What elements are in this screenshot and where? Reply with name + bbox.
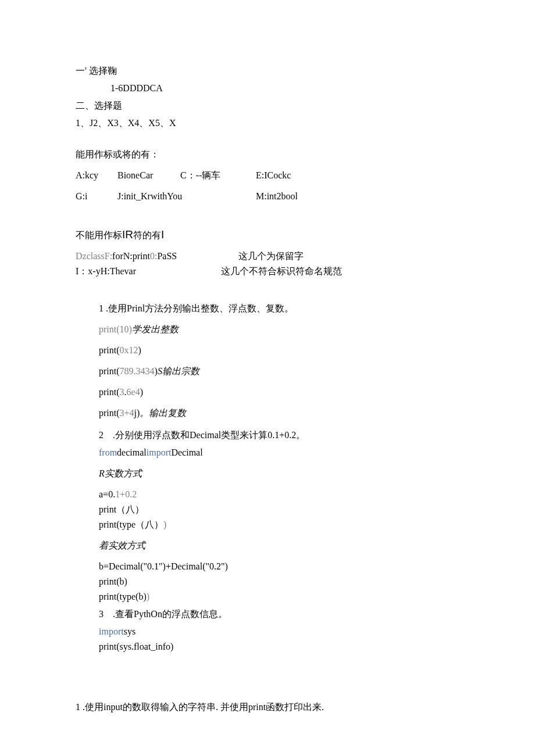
cannot-right-2: 这几个不符合标识符命名规范 — [221, 264, 342, 278]
heading-1-prefix: 一' — [76, 66, 87, 76]
q1-l4-d: 6e4 — [127, 387, 140, 397]
heading-2: 二、选择题 — [76, 99, 459, 113]
cell-b: BioneCar — [117, 169, 180, 182]
q1-l5-d: 。 — [140, 408, 149, 418]
cannot-left-1a: DzclassF: — [76, 251, 112, 261]
q3-l1-a: import — [99, 626, 124, 636]
q2-l1: a=0.1+0.2 — [99, 488, 459, 501]
q1-title: 1 .使用Prinl方法分别输出整数、浮点数、复数。 — [99, 302, 459, 316]
line-judge: 1、J2、X3、X4、X5、X — [76, 116, 459, 130]
cannot-left-2: I：x-yH:Thevar — [76, 264, 221, 278]
cannot-title-a: 不能用作标 — [76, 230, 122, 240]
cannot-title-c: 符的有 — [133, 230, 161, 240]
q2-l4: b=Decimal("0.1")+Decimal("0.2") — [99, 560, 459, 574]
q2-l3: print(type（八）) — [99, 518, 459, 532]
q2-imp-b: decimal — [117, 447, 147, 457]
q1-l5-b: 3+4 — [120, 408, 134, 418]
cannot-title: 不能用作标IR符的有I — [76, 227, 459, 243]
can-use-row-1: A:kcy BioneCar C：--辆车 E:ICockc — [76, 169, 459, 182]
q3-title: 3 .查看PythOn的浮点数信息。 — [99, 607, 459, 621]
q1-l2-c: ) — [138, 345, 141, 355]
q2-l3-a: print(type（八） — [99, 519, 163, 529]
section-can-use: 能用作标或将的有： A:kcy BioneCar C：--辆车 E:ICockc… — [76, 148, 459, 203]
q1-line-2: print(0x12) — [99, 343, 459, 357]
q1-l2-a: print( — [99, 345, 120, 355]
q1-line-3: print(789.3434)S输出宗数 — [99, 364, 459, 378]
q1-l3-a: print( — [99, 366, 120, 376]
q2-imp-a: from — [99, 447, 117, 457]
q2-import: fromdecimalimportDecimal — [99, 446, 459, 460]
q2-l5: print(b) — [99, 575, 459, 589]
can-use-title: 能用作标或将的有： — [76, 148, 459, 162]
cell-c: C：--辆车 — [180, 169, 256, 182]
q1-l5-a: print( — [99, 408, 120, 418]
q3-l2: print(sys.float_info) — [99, 640, 459, 654]
q1-l1-a: print(10) — [99, 324, 132, 334]
q1-l4-e: ) — [140, 387, 143, 397]
cannot-left-1d: PaSS — [157, 251, 177, 261]
cell-j: J:init_KrwithYou — [117, 189, 256, 203]
cannot-title-b: IR — [122, 228, 133, 241]
q2-l1-a: a=0. — [99, 489, 115, 499]
q2-l2: print（八） — [99, 503, 459, 517]
cannot-left-1b: forN:print — [112, 251, 150, 261]
q1-l2-b: 0x12 — [120, 345, 138, 355]
cell-a: A:kcy — [76, 169, 117, 182]
can-use-row-2: G:i J:init_KrwithYou M:int2bool — [76, 189, 459, 203]
q1-l5-e: 输出复数 — [149, 408, 186, 418]
q3-l1-b: sys — [124, 626, 135, 636]
q1-l3-d: S输出宗数 — [158, 366, 199, 376]
cannot-row-2: I：x-yH:Thevar 这几个不符合标识符命名规范 — [76, 264, 459, 278]
q1-l4-b: 3 — [120, 387, 124, 397]
q1-line-5: print(3+4j)。输出复数 — [99, 406, 459, 420]
q1-l4-a: print( — [99, 387, 120, 397]
q3-l1: importsys — [99, 625, 459, 639]
section-cannot-use: 不能用作标IR符的有I DzclassF:forN:print0:PaSS 这几… — [76, 227, 459, 278]
cannot-row-1: DzclassF:forN:print0:PaSS 这几个为保留字 — [76, 249, 459, 263]
cannot-left-1: DzclassF:forN:print0:PaSS — [76, 249, 238, 263]
document-page: 一' 选择鞠 1-6DDDDCA 二、选择题 1、J2、X3、X4、X5、X 能… — [0, 0, 535, 756]
cannot-title-d: I — [161, 228, 164, 241]
q2-l6-b: ) — [147, 592, 149, 601]
q2-imp-d: Decimal — [171, 447, 202, 457]
cell-e: E:ICockc — [256, 169, 291, 182]
heading-1-text: 选择鞠 — [89, 66, 117, 76]
q2-sub1: R实数方式 — [99, 467, 459, 481]
footer-line: 1 .使用input的数取得输入的字符串. 并使用print函数打印出来. — [76, 700, 459, 714]
q2-imp-c: import — [147, 447, 172, 457]
cell-g: G:i — [76, 189, 117, 203]
q2-title: 2 .分别使用浮点数和Decimal类型来计算0.1+0.2。 — [99, 428, 459, 442]
heading-1: 一' 选择鞠 — [76, 64, 459, 78]
q1-l5-c: j) — [134, 408, 140, 418]
footer-question: 1 .使用input的数取得输入的字符串. 并使用print函数打印出来. — [76, 700, 459, 714]
cell-m: M:int2bool — [256, 189, 298, 203]
q1-l3-b: 789.3434 — [120, 366, 155, 376]
cannot-right-1: 这几个为保留字 — [238, 249, 304, 263]
question-1: 1 .使用Prinl方法分别输出整数、浮点数、复数。 print(10)学发出整… — [76, 302, 459, 420]
q1-line-1: print(10)学发出整数 — [99, 323, 459, 336]
cannot-left-1c: 0: — [150, 251, 157, 261]
q2-l3-b: ) — [163, 519, 166, 529]
q1-l1-b: 学发出整数 — [132, 324, 179, 334]
answer-key: 1-6DDDDCA — [76, 81, 459, 95]
question-2: 2 .分别使用浮点数和Decimal类型来计算0.1+0.2。 fromdeci… — [76, 428, 459, 604]
q1-line-4: print(3.6e4) — [99, 385, 459, 399]
q2-l1-b: 1+0.2 — [115, 489, 137, 499]
q2-l6-a: print(type(b) — [99, 592, 147, 601]
q2-l6: print(type(b)) — [99, 590, 459, 604]
question-3: 3 .查看PythOn的浮点数信息。 importsys print(sys.f… — [76, 607, 459, 654]
q2-sub2: 着实效方式 — [99, 539, 459, 553]
